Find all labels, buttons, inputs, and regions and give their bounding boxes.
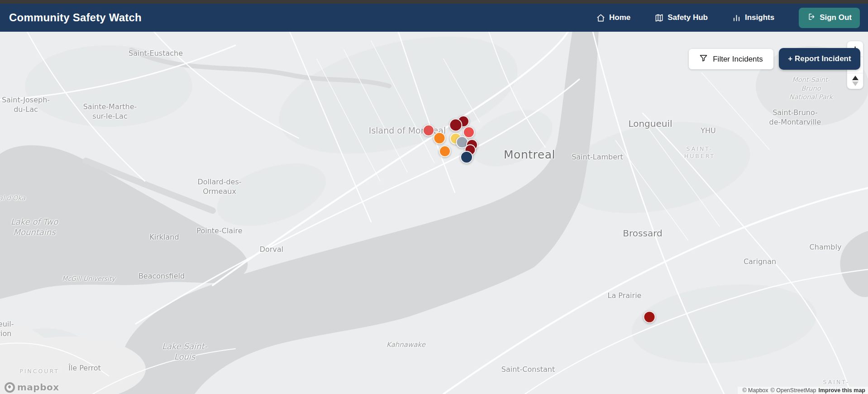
map-icon (655, 14, 663, 22)
incident-marker[interactable] (434, 132, 446, 144)
map-attribution: © Mapbox © OpenStreetMap Improve this ma… (738, 387, 868, 394)
filter-incidents-button[interactable]: Filter Incidents (689, 49, 773, 69)
nav-label: Safety Hub (668, 13, 708, 22)
incident-marker[interactable] (423, 125, 434, 136)
mapbox-logo-word: mapbox (17, 382, 59, 393)
mapbox-logo[interactable]: mapbox (5, 382, 59, 393)
filter-funnel-icon (699, 54, 708, 65)
mapbox-logo-icon (5, 382, 15, 393)
attribution-mapbox-link[interactable]: © Mapbox (742, 387, 768, 394)
nav-item-insights[interactable]: Insights (732, 13, 774, 22)
app-header: Community Safety Watch Home Safety Hub I… (0, 4, 868, 32)
attribution-osm-link[interactable]: © OpenStreetMap (771, 387, 816, 394)
nav-label: Insights (745, 13, 774, 22)
incident-marker[interactable] (644, 311, 656, 323)
app-title: Community Safety Watch (0, 11, 142, 24)
map-canvas[interactable] (0, 32, 868, 394)
filter-label: Filter Incidents (713, 55, 763, 64)
report-incident-button[interactable]: + Report Incident (779, 48, 860, 70)
main-nav: Home Safety Hub Insights Sign Out (596, 8, 868, 28)
sign-out-button[interactable]: Sign Out (799, 8, 860, 28)
nav-item-safety-hub[interactable]: Safety Hub (655, 13, 708, 22)
incident-marker[interactable] (449, 119, 463, 132)
incident-marker[interactable] (460, 151, 473, 163)
improve-this-map-link[interactable]: Improve this map (819, 387, 866, 394)
nav-label: Home (609, 13, 630, 22)
pitch-up-icon (852, 76, 858, 80)
sign-out-icon (807, 13, 815, 23)
pitch-toggle-button[interactable] (847, 73, 863, 89)
pitch-down-icon (852, 82, 858, 86)
nav-item-home[interactable]: Home (596, 13, 630, 22)
sign-out-label: Sign Out (820, 13, 852, 22)
top-strip (0, 0, 868, 4)
incident-marker[interactable] (439, 145, 451, 157)
home-icon (596, 14, 605, 22)
map-terrain (0, 32, 868, 394)
bar-chart-icon (732, 14, 741, 22)
